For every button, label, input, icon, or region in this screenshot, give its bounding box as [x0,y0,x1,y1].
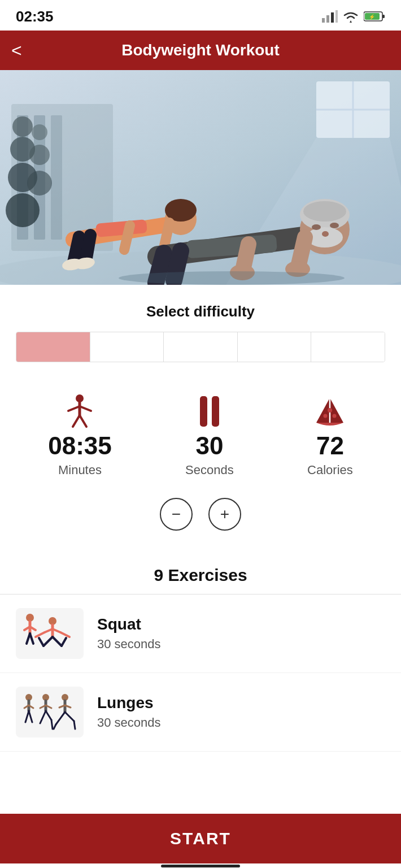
svg-point-62 [324,414,328,418]
lunges-thumbnail [16,687,84,737]
decrease-button[interactable]: − [160,498,193,531]
svg-point-17 [6,193,40,227]
minus-icon: − [172,505,181,523]
svg-line-54 [80,406,91,411]
svg-point-20 [27,171,52,196]
minutes-label: Minutes [58,463,102,478]
squat-duration: 30 seconds [97,637,385,652]
svg-point-50 [119,271,345,285]
status-time: 02:35 [16,8,54,25]
back-button[interactable]: < [11,40,34,61]
svg-line-97 [56,712,65,724]
exercise-item-squat[interactable]: Squat 30 seconds [0,594,401,673]
home-bar [161,865,240,867]
app-header: < Bodyweight Workout [0,31,401,70]
lunges-info: Lunges 30 seconds [97,694,385,730]
page-title: Bodyweight Workout [34,41,390,59]
svg-line-29 [164,223,169,248]
svg-rect-13 [51,115,62,240]
difficulty-level-1[interactable] [16,332,90,362]
svg-line-75 [53,637,62,646]
svg-line-30 [124,225,130,250]
svg-line-85 [29,711,32,722]
svg-line-79 [60,632,69,637]
body-icon [65,394,94,429]
squat-thumbnail [16,608,84,659]
seconds-label: Seconds [185,463,234,478]
svg-line-99 [54,724,56,729]
start-button[interactable]: START [0,814,401,863]
svg-line-32 [86,235,90,261]
svg-point-63 [333,414,337,418]
pause-icon [198,394,221,429]
svg-line-78 [36,632,45,637]
difficulty-level-5[interactable] [311,332,385,362]
bottom-padding [0,752,401,808]
svg-rect-5 [382,15,385,18]
calories-label: Calories [307,463,353,478]
hero-image [0,70,401,285]
svg-point-42 [330,223,339,228]
stats-section: 08:35 Minutes 30 Seconds [0,374,401,489]
exercises-count: 9 Exercises [0,554,401,594]
difficulty-level-4[interactable] [238,332,312,362]
lunges-duration: 30 seconds [97,715,385,730]
stat-calories: 72 Calories [307,394,353,478]
svg-line-56 [80,415,86,427]
svg-line-77 [62,638,66,646]
svg-line-69 [30,633,33,644]
svg-line-76 [39,638,43,646]
svg-line-100 [74,721,75,729]
increase-button[interactable]: + [208,498,241,531]
svg-point-18 [32,124,47,140]
svg-line-55 [73,415,80,427]
svg-rect-57 [200,396,207,427]
pizza-icon [314,394,346,429]
signal-icon [322,10,338,23]
stat-minutes: 08:35 Minutes [48,394,112,478]
seconds-value: 30 [195,433,223,458]
svg-rect-2 [331,12,334,23]
battery-icon: ⚡ [364,11,385,22]
lunges-name: Lunges [97,694,385,712]
svg-line-98 [65,712,74,721]
stat-seconds: 30 Seconds [185,394,234,478]
svg-line-90 [40,711,46,723]
svg-rect-1 [326,15,329,23]
svg-text:⚡: ⚡ [369,14,376,20]
svg-line-53 [68,406,80,411]
difficulty-bar[interactable] [16,332,385,362]
squat-info: Squat 30 seconds [97,615,385,652]
svg-rect-58 [212,396,219,427]
difficulty-level-2[interactable] [90,332,164,362]
svg-point-61 [328,408,332,413]
exercises-section: 9 Exercises [0,549,401,808]
difficulty-level-3[interactable] [164,332,238,362]
svg-line-84 [25,711,29,722]
svg-rect-3 [335,10,338,23]
start-button-container: START [0,814,401,868]
svg-point-43 [322,231,329,237]
minutes-value: 08:35 [48,433,112,458]
status-bar: 02:35 ⚡ [0,0,401,31]
svg-rect-0 [322,18,325,23]
svg-line-92 [51,720,53,729]
svg-line-74 [43,637,53,646]
difficulty-section: Select difficulty [0,285,401,374]
svg-line-91 [46,711,51,720]
svg-point-19 [29,145,50,165]
timer-controls: − + [0,489,401,549]
hero-illustration [0,70,401,285]
plus-icon: + [220,505,229,523]
svg-point-39 [303,201,346,222]
svg-line-31 [73,237,79,262]
home-indicator [0,863,401,868]
svg-point-14 [12,116,33,137]
status-icons: ⚡ [322,10,385,23]
calories-value: 72 [316,433,344,458]
exercise-item-lunges[interactable]: Lunges 30 seconds [0,673,401,752]
difficulty-title: Select difficulty [16,303,385,320]
wifi-icon [342,10,359,23]
squat-name: Squat [97,615,385,633]
svg-point-41 [312,224,321,230]
